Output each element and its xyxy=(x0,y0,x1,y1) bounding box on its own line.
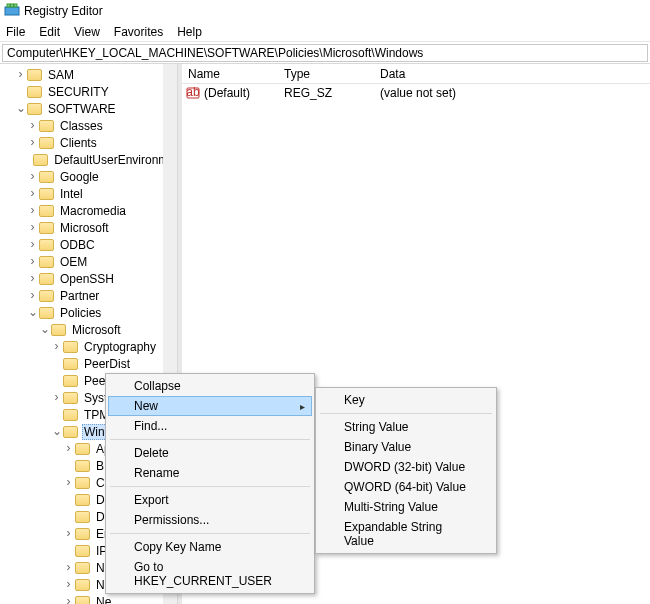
tree-item[interactable]: ›Clients xyxy=(0,134,177,151)
tree-item[interactable]: ·DefaultUserEnvironme xyxy=(0,151,177,168)
context-menu: Collapse New▸ Find... Delete Rename Expo… xyxy=(105,373,315,594)
header-name[interactable]: Name xyxy=(182,65,278,83)
tree-item[interactable]: ⌄Microsoft xyxy=(0,321,177,338)
svg-rect-3 xyxy=(14,4,17,7)
separator xyxy=(320,413,492,414)
tree-item[interactable]: ›Cryptography xyxy=(0,338,177,355)
tree-item[interactable]: ·SECURITY xyxy=(0,83,177,100)
tree-item[interactable]: ·PeerDist xyxy=(0,355,177,372)
folder-icon xyxy=(33,154,48,166)
tree-item[interactable]: ›Google xyxy=(0,168,177,185)
menu-edit[interactable]: Edit xyxy=(39,25,60,39)
tree-item[interactable]: ›SAM xyxy=(0,66,177,83)
ctx-goto-hkcu[interactable]: Go to HKEY_CURRENT_USER xyxy=(108,557,312,591)
menubar: File Edit View Favorites Help xyxy=(0,22,650,42)
tree-item[interactable]: ›Intel xyxy=(0,185,177,202)
folder-icon xyxy=(27,86,42,98)
folder-icon xyxy=(75,528,90,540)
tree-item[interactable]: ›Macromedia xyxy=(0,202,177,219)
folder-icon xyxy=(39,273,54,285)
tree-item[interactable]: ›Partner xyxy=(0,287,177,304)
folder-icon xyxy=(39,188,54,200)
ctx-collapse[interactable]: Collapse xyxy=(108,376,312,396)
folder-icon xyxy=(75,596,90,605)
menu-view[interactable]: View xyxy=(74,25,100,39)
new-string-value[interactable]: String Value xyxy=(318,417,494,437)
header-data[interactable]: Data xyxy=(374,65,650,83)
ctx-delete[interactable]: Delete xyxy=(108,443,312,463)
tree-item[interactable]: ›Microsoft xyxy=(0,219,177,236)
list-header[interactable]: Name Type Data xyxy=(182,64,650,84)
folder-icon xyxy=(51,324,66,336)
menu-help[interactable]: Help xyxy=(177,25,202,39)
ctx-permissions[interactable]: Permissions... xyxy=(108,510,312,530)
ctx-rename[interactable]: Rename xyxy=(108,463,312,483)
value-data: (value not set) xyxy=(374,86,650,100)
folder-icon xyxy=(75,477,90,489)
tree-item[interactable]: ›OEM xyxy=(0,253,177,270)
new-key[interactable]: Key xyxy=(318,390,494,410)
folder-icon xyxy=(63,341,78,353)
menu-favorites[interactable]: Favorites xyxy=(114,25,163,39)
list-row[interactable]: ab (Default) REG_SZ (value not set) xyxy=(182,84,650,102)
new-multistring-value[interactable]: Multi-String Value xyxy=(318,497,494,517)
svg-rect-1 xyxy=(7,4,10,7)
folder-icon xyxy=(39,205,54,217)
folder-icon xyxy=(63,358,78,370)
string-value-icon: ab xyxy=(186,86,200,100)
tree-item[interactable]: ›Ne xyxy=(0,593,177,604)
ctx-copy-key-name[interactable]: Copy Key Name xyxy=(108,537,312,557)
value-name: (Default) xyxy=(204,86,250,100)
folder-icon xyxy=(75,511,90,523)
ctx-new[interactable]: New▸ xyxy=(108,396,312,416)
folder-icon xyxy=(63,426,78,438)
folder-icon xyxy=(75,460,90,472)
folder-icon xyxy=(39,307,54,319)
ctx-find[interactable]: Find... xyxy=(108,416,312,436)
folder-icon xyxy=(39,120,54,132)
svg-text:ab: ab xyxy=(186,86,200,99)
new-binary-value[interactable]: Binary Value xyxy=(318,437,494,457)
new-expandable-string-value[interactable]: Expandable String Value xyxy=(318,517,494,551)
folder-icon xyxy=(39,239,54,251)
tree-item[interactable]: ⌄SOFTWARE xyxy=(0,100,177,117)
tree-item[interactable]: ›OpenSSH xyxy=(0,270,177,287)
window-title: Registry Editor xyxy=(24,4,103,18)
folder-icon xyxy=(75,443,90,455)
folder-icon xyxy=(39,290,54,302)
folder-icon xyxy=(63,409,78,421)
ctx-export[interactable]: Export xyxy=(108,490,312,510)
new-dword-value[interactable]: DWORD (32-bit) Value xyxy=(318,457,494,477)
regedit-icon xyxy=(4,3,20,19)
folder-icon xyxy=(63,392,78,404)
separator xyxy=(110,486,310,487)
menu-file[interactable]: File xyxy=(6,25,25,39)
folder-icon xyxy=(27,103,42,115)
context-submenu-new: Key String Value Binary Value DWORD (32-… xyxy=(315,387,497,554)
folder-icon xyxy=(75,545,90,557)
folder-icon xyxy=(75,562,90,574)
address-input[interactable] xyxy=(2,44,648,62)
separator xyxy=(110,439,310,440)
folder-icon xyxy=(27,69,42,81)
new-qword-value[interactable]: QWORD (64-bit) Value xyxy=(318,477,494,497)
folder-icon xyxy=(75,494,90,506)
svg-rect-2 xyxy=(11,4,14,7)
separator xyxy=(110,533,310,534)
folder-icon xyxy=(39,137,54,149)
folder-icon xyxy=(63,375,78,387)
folder-icon xyxy=(75,579,90,591)
svg-rect-0 xyxy=(5,7,19,15)
tree-item[interactable]: ›ODBC xyxy=(0,236,177,253)
folder-icon xyxy=(39,171,54,183)
tree-item[interactable]: ⌄Policies xyxy=(0,304,177,321)
value-type: REG_SZ xyxy=(278,86,374,100)
folder-icon xyxy=(39,256,54,268)
submenu-arrow-icon: ▸ xyxy=(300,401,305,412)
tree-item[interactable]: ›Classes xyxy=(0,117,177,134)
header-type[interactable]: Type xyxy=(278,65,374,83)
folder-icon xyxy=(39,222,54,234)
